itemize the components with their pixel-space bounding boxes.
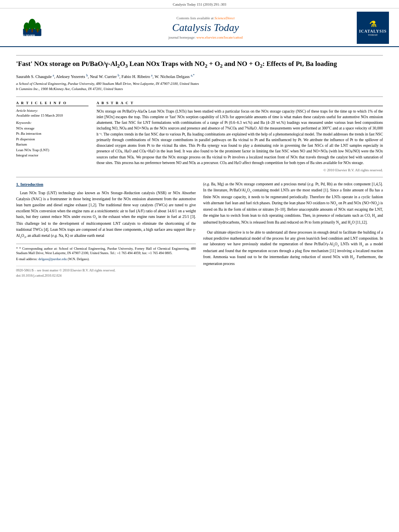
keyword-5: Lean NOx Trap (LNT) [16,148,88,153]
svg-point-2 [29,19,36,30]
svg-rect-6 [37,29,39,32]
homepage-link[interactable]: www.elsevier.com/locate/cattod [196,35,243,39]
bottom-divider [16,177,383,177]
abstract-text: NOx storage on Pt/BaO/γ-Al₂O₃ Lean NOx T… [97,109,383,166]
elsevier-tree-icon: ELSEVIER [20,18,44,38]
journal-header-center: Contents lists available at ScienceDirec… [56,16,355,39]
email-address[interactable]: delgass@purdue.edu [38,257,67,261]
top-divider [16,55,383,55]
sciencedirect-link[interactable]: ScienceDirect [214,16,234,20]
email-label: E-mail address: [16,257,37,261]
journal-title: Catalysis Today [60,22,351,34]
page-container: Catalysis Today 151 (2010) 291–303 ELSEV… [0,0,399,532]
svg-text:ELSEVIER: ELSEVIER [22,34,35,37]
abstract-heading: A B S T R A C T [97,101,383,106]
footnote-star: * * Corresponding author at: School of C… [16,246,196,256]
elsevier-logo-area: ELSEVIER [8,18,56,38]
intro-left-text: Lean NOx Trap (LNT) technology also know… [16,190,196,239]
introduction-section: 1. Introduction Lean NOx Trap (LNT) tech… [16,181,383,278]
authors-line: Saurabh S. Chaugule a, Aleksey Yezerets … [16,74,383,79]
intro-right-p2: Our ultimate objective is to be able to … [203,230,383,267]
footnote-star-text: * Corresponding author at: School of Che… [16,246,196,255]
article-history: Article history: Available online 15 Mar… [16,109,88,117]
mid-divider [16,97,383,97]
catalysis-today-logo: ⚗ ICATALYSIS TODAY [357,12,389,44]
footer-bar: 0920-5861/$ – see front matter © 2010 El… [16,266,196,278]
elsevier-logo: ELSEVIER [20,18,44,38]
journal-homepage: journal homepage: www.elsevier.com/locat… [60,35,351,39]
intro-right-col: (e.g. Ba, Mg) as the NOx storage compone… [203,181,383,278]
abstract-paragraph: NOx storage on Pt/BaO/γ-Al₂O₃ Lean NOx T… [97,109,383,166]
journal-header: ELSEVIER Contents lists available at Sci… [0,8,399,47]
svg-rect-5 [31,29,33,32]
history-label: Article history: [16,109,88,113]
intro-right-p1: (e.g. Ba, Mg) as the NOx storage compone… [203,181,383,226]
author-delgass: W. Nicholas Delgass a,* [154,74,195,79]
author-currier: Neal W. Currier b, [90,74,121,79]
keyword-6: Integral reactor [16,153,88,158]
available-online: Available online 15 March 2010 [16,113,88,117]
keyword-1: NOx storage [16,126,88,131]
affiliations: a School of Chemical Engineering, Purdue… [16,81,383,91]
article-info-heading: A R T I C L E I N F O [16,101,88,106]
sciencedirect-line: Contents lists available at ScienceDirec… [60,16,351,20]
keyword-2: Pt–Ba interaction [16,131,88,137]
article-body: 'Fast' NOx storage on Pt/BaO/γ-Al2O3 Lea… [0,47,399,292]
footer-issn: 0920-5861/$ – see front matter © 2010 El… [16,268,196,273]
keywords-label: Keywords: [16,121,88,125]
keyword-3: Pt dispersion [16,137,88,142]
journal-citation: Catalysis Today 151 (2010) 291–303 [173,2,226,6]
section-title: 1. Introduction [16,181,196,188]
affiliation-a: a School of Chemical Engineering, Purdue… [16,81,383,86]
info-abstract-cols: A R T I C L E I N F O Article history: A… [16,101,383,173]
intro-left-col: 1. Introduction Lean NOx Trap (LNT) tech… [16,181,196,278]
logo-icon: ⚗ [369,19,376,29]
footer-doi: doi:10.1016/j.cattod.2010.02.024 [16,273,196,278]
keywords-list: NOx storage Pt–Ba interaction Pt dispers… [16,126,88,158]
copyright-line: © 2010 Elsevier B.V. All rights reserved… [97,168,383,172]
svg-rect-4 [26,29,28,32]
article-title: 'Fast' NOx storage on Pt/BaO/γ-Al2O3 Lea… [16,60,383,70]
journal-logo-right: ⚗ ICATALYSIS TODAY [355,12,391,44]
author-chaugule: Saurabh S. Chaugule a, [16,74,56,79]
article-info-col: A R T I C L E I N F O Article history: A… [16,101,88,173]
logo-name: ICATALYSIS [359,29,387,33]
keywords-section: Keywords: NOx storage Pt–Ba interaction … [16,121,88,158]
keyword-4: Barium [16,142,88,148]
footnotes-area: * * Corresponding author at: School of C… [16,244,196,262]
affiliation-b: b Cummins Inc., 1900 McKinney Ave, Colum… [16,86,383,92]
logo-sub: TODAY [368,33,378,37]
top-bar: Catalysis Today 151 (2010) 291–303 [0,0,399,8]
author-ribeiro: Fabio H. Ribeiro a, [121,74,154,79]
abstract-col: A B S T R A C T NOx storage on Pt/BaO/γ-… [97,101,383,173]
footnote-star-symbol: * [16,246,19,251]
email-person: (W.N. Delgass). [68,257,89,261]
footnote-email: E-mail address: delgass@purdue.edu (W.N.… [16,257,196,262]
author-yezerets: Aleksey Yezerets b, [56,74,90,79]
